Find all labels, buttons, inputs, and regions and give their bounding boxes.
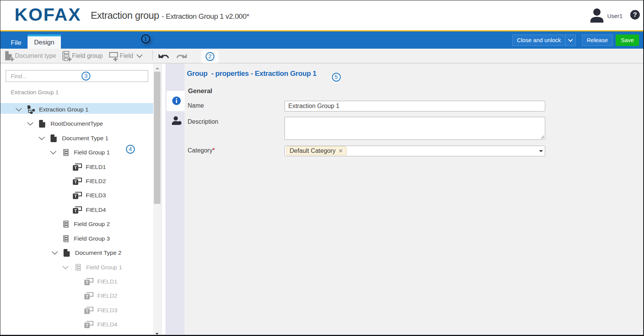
svg-text:T: T bbox=[86, 323, 88, 328]
svg-text:T: T bbox=[74, 165, 77, 170]
svg-text:T: T bbox=[86, 309, 88, 313]
svg-text:T: T bbox=[74, 208, 77, 213]
svg-text:T: T bbox=[86, 294, 88, 299]
svg-text:T: T bbox=[86, 280, 88, 285]
svg-text:T: T bbox=[74, 194, 77, 198]
svg-text:T: T bbox=[74, 180, 77, 184]
